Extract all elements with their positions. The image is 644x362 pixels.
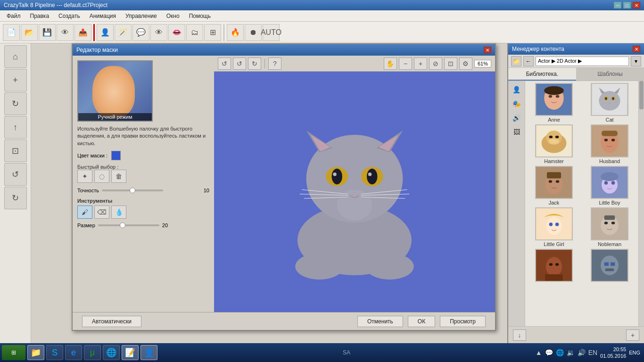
menu-animation[interactable]: Анимация (85, 12, 121, 20)
sidebar-home[interactable]: ⌂ (4, 45, 27, 68)
content-item-row5a[interactable] (527, 249, 581, 283)
taskbar-chrome[interactable]: 🌐 (103, 345, 120, 360)
quick-select-wand[interactable]: ✦ (77, 170, 92, 183)
window-close-button[interactable]: ✕ (633, 2, 640, 8)
sidebar-redo[interactable]: ↻ (4, 187, 27, 209)
maximize-button[interactable]: □ (623, 2, 631, 8)
content-item-cat[interactable]: Cat (583, 83, 636, 123)
mask-redo[interactable]: ↻ (248, 58, 261, 70)
tool-eraser[interactable]: ⌫ (94, 206, 109, 219)
auto-button[interactable]: Автоматически (82, 316, 141, 327)
color-swatch[interactable] (111, 151, 121, 160)
mask-fit-screen[interactable]: ⊡ (444, 58, 457, 70)
mask-undo[interactable]: ↺ (233, 58, 246, 70)
nav-folder[interactable]: 📁 (511, 56, 521, 66)
content-icon-image[interactable]: 🖼 (510, 125, 523, 139)
toolbar-bubble[interactable]: 💬 (132, 24, 149, 41)
mask-canvas[interactable] (214, 72, 495, 312)
menu-create[interactable]: Создать (54, 12, 85, 20)
mask-refresh[interactable]: ↺ (218, 58, 231, 70)
taskbar-ie[interactable]: e (65, 345, 82, 360)
taskbar-utorrent[interactable]: μ (84, 345, 101, 360)
size-slider[interactable] (98, 224, 159, 226)
toolbar-face[interactable]: 🗂 (186, 24, 203, 41)
cancel-button[interactable]: Отменить (357, 316, 403, 327)
toolbar-flame[interactable]: 🔥 (227, 24, 244, 41)
sidebar-upload[interactable]: ↑ (4, 116, 27, 139)
scroll-thumb[interactable] (639, 81, 644, 109)
mask-help[interactable]: ? (268, 58, 281, 70)
taskbar-chat-icon[interactable]: 💬 (545, 349, 553, 356)
sidebar-rotate[interactable]: ↻ (4, 92, 27, 115)
toolbar-export[interactable]: 📤 (74, 24, 91, 41)
toolbar-open[interactable]: 📂 (21, 24, 38, 41)
taskbar-skype[interactable]: S (46, 345, 63, 360)
ok-button[interactable]: ОК (408, 316, 435, 327)
menu-edit[interactable]: Правка (25, 12, 54, 20)
content-item-jack[interactable]: Jack (527, 166, 581, 206)
content-download-button[interactable]: ↓ (513, 329, 526, 341)
nav-back[interactable]: ← (523, 56, 534, 66)
content-manager-close-button[interactable]: ✕ (633, 46, 640, 52)
menu-manage[interactable]: Управление (121, 12, 162, 20)
tools-label: Инструменты (77, 198, 209, 204)
sidebar-crop[interactable]: ⊡ (4, 140, 27, 162)
toolbar-magic[interactable]: 🪄 (115, 24, 132, 41)
mask-zoom-out[interactable]: − (399, 58, 412, 70)
mask-settings[interactable]: ⚙ (459, 58, 472, 70)
content-icon-costume[interactable]: 🎭 (510, 97, 523, 110)
mask-dialog-close-button[interactable]: ✕ (484, 47, 491, 53)
content-icon-person[interactable]: 👤 (510, 83, 523, 96)
tool-fill[interactable]: 💧 (111, 206, 126, 219)
toolbar-grid[interactable]: ⊞ (204, 24, 221, 41)
content-add-button[interactable]: + (626, 329, 639, 341)
content-item-littlegirl[interactable]: Little Girl (527, 207, 581, 247)
toolbar-eye[interactable]: 👁 (150, 24, 167, 41)
taskbar-notepad[interactable]: 📝 (122, 345, 139, 360)
toolbar-person[interactable]: 👤 (97, 24, 114, 41)
content-icon-speaker[interactable]: 🔊 (510, 111, 523, 124)
content-scrollbar[interactable] (638, 81, 644, 326)
nav-expand[interactable]: ▾ (631, 56, 641, 66)
menu-file[interactable]: Файл (2, 12, 25, 20)
sidebar-undo[interactable]: ↺ (4, 163, 27, 186)
accuracy-slider[interactable] (102, 189, 163, 191)
taskbar-volume-icon[interactable]: 🔊 (578, 349, 586, 356)
content-item-row5b[interactable] (583, 249, 636, 283)
menu-window[interactable]: Окно (162, 12, 184, 20)
sidebar-add[interactable]: + (4, 69, 27, 91)
tab-library[interactable]: Библиотека. (508, 68, 576, 81)
tab-templates[interactable]: Шаблоны (576, 68, 644, 81)
taskbar-arrow-up[interactable]: ▲ (536, 349, 542, 356)
face-mode-label: Ручной режим (78, 113, 152, 121)
taskbar-en-icon[interactable]: EN (588, 349, 597, 356)
tool-brush[interactable]: 🖌 (77, 206, 92, 219)
mask-hand[interactable]: ✋ (384, 58, 397, 70)
toolbar-record[interactable]: ⏺ (245, 24, 262, 41)
mask-zoom-in[interactable]: + (414, 58, 427, 70)
content-item-nobleman[interactable]: Nobleman (583, 207, 636, 247)
preview-button[interactable]: Просмотр (440, 316, 486, 327)
content-item-littleboy[interactable]: Little Boy (583, 166, 636, 206)
system-clock: 20:55 01.05.2016 (600, 346, 626, 360)
taskbar-network-icon[interactable]: 🌐 (556, 349, 564, 356)
toolbar-view[interactable]: 👁 (57, 24, 74, 41)
menu-help[interactable]: Помощь (184, 12, 215, 20)
quick-select-delete[interactable]: 🗑 (111, 170, 126, 183)
toolbar-new[interactable]: 📄 (3, 24, 20, 41)
toolbar-auto[interactable]: AUTO (263, 24, 280, 41)
content-item-anne[interactable]: Anne (527, 83, 581, 123)
minimize-button[interactable]: ─ (614, 2, 621, 8)
content-manager-title-bar: Менеджер контента ✕ (508, 43, 644, 55)
content-item-husband[interactable]: Husband (583, 124, 636, 164)
svg-point-47 (611, 139, 615, 141)
content-item-hamster[interactable]: Hamster (527, 124, 581, 164)
toolbar-mouth[interactable]: 👄 (168, 24, 185, 41)
taskbar-explorer[interactable]: 📁 (27, 345, 44, 360)
quick-select-lasso[interactable]: ◌ (94, 170, 109, 183)
taskbar-volume-down[interactable]: 🔉 (567, 349, 575, 356)
taskbar-crazytalk[interactable]: 👤 (140, 345, 157, 360)
mask-zoom-fit[interactable]: ⊘ (429, 58, 442, 70)
start-button[interactable]: ⊞ (2, 345, 25, 360)
toolbar-save[interactable]: 💾 (39, 24, 56, 41)
